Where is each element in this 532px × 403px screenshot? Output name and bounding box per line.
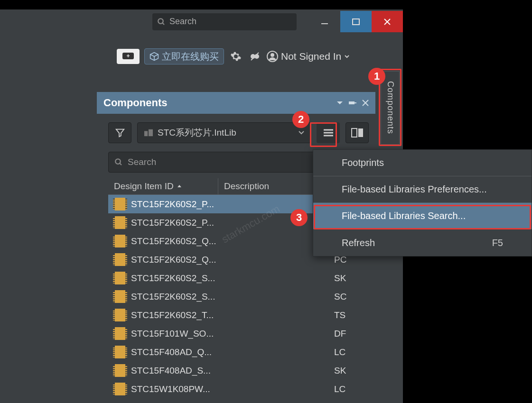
menu-item-libraries-preferences[interactable]: File-based Libraries Preferences... xyxy=(313,176,532,203)
search-placeholder: Search xyxy=(169,17,196,27)
package-icon xyxy=(149,52,159,61)
top-border xyxy=(0,0,532,9)
notifications-button[interactable] xyxy=(248,49,262,64)
menu-button[interactable] xyxy=(317,122,340,143)
annotation-badge-1: 1 xyxy=(368,68,385,85)
collapse-icon[interactable] xyxy=(336,100,343,106)
svg-line-1 xyxy=(162,23,164,25)
window-controls xyxy=(309,11,403,32)
table-row[interactable]: STC15F2K60S2_T...TS xyxy=(108,306,373,324)
maximize-button[interactable] xyxy=(340,11,372,32)
svg-point-25 xyxy=(115,159,121,164)
chip-icon xyxy=(115,198,125,211)
buy-label: 立即在线购买 xyxy=(162,50,219,63)
buy-online-button[interactable]: 立即在线购买 xyxy=(144,48,224,64)
table-row[interactable]: STC15W1K08PW...LC xyxy=(108,380,373,398)
chip-icon xyxy=(115,364,125,377)
minimize-button[interactable] xyxy=(309,11,340,32)
chevron-down-icon xyxy=(298,129,305,136)
table-row[interactable]: STC15F408AD_S...SK xyxy=(108,361,373,380)
context-menu: Footprints File-based Libraries Preferen… xyxy=(313,149,532,256)
layout-icon xyxy=(351,128,364,137)
table-row[interactable]: STC15F2K60S2_S...SC xyxy=(108,287,373,306)
svg-text:+: + xyxy=(126,53,130,59)
chip-icon xyxy=(115,235,125,247)
chip-icon xyxy=(115,327,125,340)
chip-icon xyxy=(115,346,125,358)
chip-icon xyxy=(115,253,125,266)
svg-point-0 xyxy=(158,18,163,24)
panel-toolbar: STC系列芯片.IntLib xyxy=(97,114,375,149)
svg-rect-18 xyxy=(144,131,148,136)
chip-icon xyxy=(115,272,125,284)
column-header-name[interactable]: Design Item ID xyxy=(108,178,218,194)
panel-search-placeholder: Search xyxy=(128,157,156,167)
user-icon xyxy=(267,51,278,62)
chip-icon xyxy=(115,216,125,229)
chevron-down-icon xyxy=(344,54,350,59)
svg-point-13 xyxy=(271,53,274,57)
menu-item-footprints[interactable]: Footprints xyxy=(313,150,532,176)
hamburger-icon xyxy=(323,128,334,137)
close-button[interactable] xyxy=(372,11,403,32)
menu-item-libraries-search[interactable]: File-based Libraries Search... xyxy=(313,203,532,229)
chip-icon xyxy=(115,290,125,303)
panel-header[interactable]: Components xyxy=(97,92,375,114)
filter-button[interactable] xyxy=(108,122,131,143)
table-row[interactable]: STC15F2K60S2_S...SK xyxy=(108,269,373,287)
svg-rect-3 xyxy=(353,19,359,25)
svg-rect-24 xyxy=(358,128,363,137)
bell-slash-icon xyxy=(249,51,261,62)
menu-item-refresh[interactable]: RefreshF5 xyxy=(313,229,532,256)
search-icon xyxy=(114,158,123,166)
toolbar: + 立即在线购买 Not Signed In xyxy=(117,46,403,66)
annotation-badge-2: 2 xyxy=(292,111,309,128)
global-search-input[interactable]: Search xyxy=(152,13,297,30)
gear-icon xyxy=(230,51,242,62)
settings-button[interactable] xyxy=(229,49,243,64)
annotation-badge-3: 3 xyxy=(290,209,308,226)
svg-rect-14 xyxy=(349,101,355,104)
library-dropdown[interactable]: STC系列芯片.IntLib xyxy=(137,122,311,143)
funnel-icon xyxy=(115,128,125,138)
components-side-tab[interactable]: Components xyxy=(381,71,400,145)
svg-line-26 xyxy=(120,163,121,165)
library-name: STC系列芯片.IntLib xyxy=(158,127,236,139)
table-row[interactable]: STC15F101W_SO...DF xyxy=(108,324,373,343)
chip-icon xyxy=(115,383,125,395)
chip-icon xyxy=(115,309,125,321)
sort-asc-icon xyxy=(177,183,182,189)
svg-rect-15 xyxy=(355,102,356,103)
message-button[interactable]: + xyxy=(117,49,140,64)
layout-toggle-button[interactable] xyxy=(345,122,369,143)
side-tab-label: Components xyxy=(385,81,395,134)
library-icon xyxy=(143,128,154,137)
panel-title: Components xyxy=(103,97,167,109)
svg-rect-19 xyxy=(149,129,153,136)
search-icon xyxy=(157,18,166,26)
title-bar: Search xyxy=(152,11,403,32)
user-label: Not Signed In xyxy=(281,51,341,62)
pin-icon[interactable] xyxy=(349,100,356,106)
user-menu[interactable]: Not Signed In xyxy=(267,51,350,62)
close-icon[interactable] xyxy=(362,100,369,106)
table-row[interactable]: STC15F408AD_Q...LC xyxy=(108,343,373,361)
svg-rect-23 xyxy=(352,128,357,137)
